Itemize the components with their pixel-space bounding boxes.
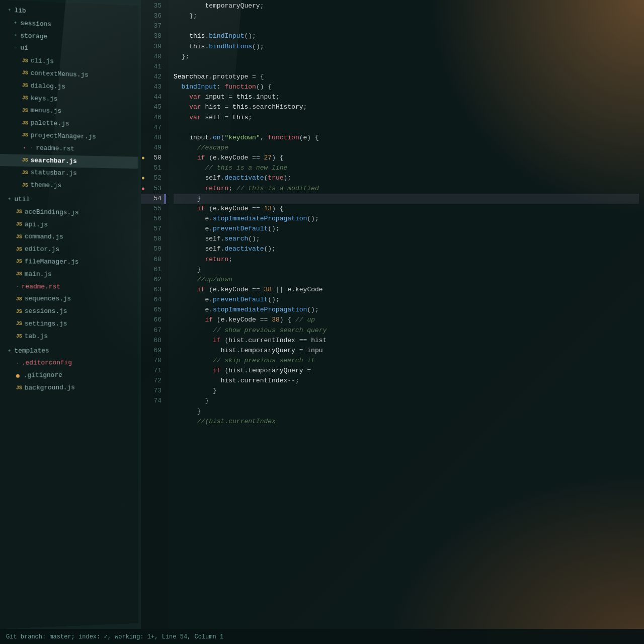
modified-dot [142, 187, 144, 190]
sidebar-item-readme-util[interactable]: · readme.rst [0, 281, 138, 294]
line-number-41: 41 [141, 62, 165, 72]
js-icon: JS [16, 220, 22, 228]
file-label: api.js [25, 219, 48, 230]
sidebar-item-api[interactable]: JS api.js [0, 218, 138, 232]
file-label: theme.js [31, 180, 62, 191]
code-line-66: if (e.keyCode == 38) { // up [174, 315, 639, 325]
code-line-46: var self = this; [174, 113, 639, 123]
code-line-51: // this is a new line [174, 163, 639, 173]
sidebar-item-command[interactable]: JS command.js [0, 230, 138, 244]
editor-layout: + lib + sessions + storage − ui JS cli.j… [0, 0, 644, 629]
js-icon: JS [16, 208, 22, 216]
line-number-74: 74 [141, 396, 165, 406]
code-line-71: if (hist.temporaryQuery = [174, 366, 639, 376]
file-label: cli.js [31, 56, 54, 67]
js-icon: JS [16, 333, 22, 341]
line-number-60: 60 [141, 255, 165, 265]
code-line-43: bindInput: function() { [174, 82, 639, 92]
code-line-37 [174, 21, 639, 31]
folder-label: storage [20, 31, 47, 42]
sidebar-item-theme[interactable]: JS theme.js [0, 179, 138, 193]
sidebar-item-templates[interactable]: + templates [0, 344, 138, 357]
code-line-53: return; // this is a modified [174, 184, 639, 194]
code-line-61: } [174, 265, 639, 275]
code-line-50: if (e.keyCode == 27) { [174, 153, 639, 163]
line-number-46: 46 [141, 113, 165, 123]
code-line-47 [174, 123, 639, 133]
js-icon: JS [16, 270, 22, 278]
sidebar-item-util[interactable]: + util [0, 193, 138, 208]
code-line-56: e.stopImmediatePropagation(); [174, 214, 639, 224]
line-number-58: 58 [141, 234, 165, 244]
expand-icon: + [8, 196, 11, 203]
line-number-61: 61 [141, 265, 165, 275]
line-number-40: 40 [141, 52, 165, 62]
file-label: statusbar.js [31, 168, 77, 179]
line-number-73: 73 [141, 386, 165, 396]
code-line-57: e.preventDefault(); [174, 224, 639, 234]
js-icon: JS [16, 384, 22, 392]
sidebar-item-acebindings[interactable]: JS aceBindings.js [0, 206, 138, 220]
code-panel[interactable]: temporaryQuery; }; this.bindInput(); thi… [169, 0, 644, 629]
sidebar-item-editor[interactable]: JS editor.js [0, 243, 138, 257]
cursor-bar [165, 194, 166, 204]
code-line-67: // show previous search query [174, 326, 639, 336]
sidebar-item-editorconfig[interactable]: · .editorconfig [0, 357, 138, 370]
file-label: fileManager.js [25, 257, 79, 267]
sidebar-item-background[interactable]: JS background.js [0, 381, 138, 394]
line-number-45: 45 [141, 102, 165, 112]
code-line-65: e.stopImmediatePropagation(); [174, 305, 639, 315]
file-label: .gitignore [24, 370, 62, 381]
code-line-60: return; [174, 255, 639, 265]
js-icon: JS [16, 258, 22, 266]
sidebar-item-main[interactable]: JS main.js [0, 268, 138, 281]
js-icon: JS [22, 119, 28, 127]
file-label: searchbar.js [31, 155, 77, 167]
line-number-39: 39 [141, 42, 165, 52]
file-label: settings.js [25, 319, 67, 330]
breakpoint-dot [142, 177, 144, 180]
js-icon: JS [16, 320, 22, 328]
js-icon: JS [16, 295, 22, 303]
code-line-62: //up/down [174, 275, 639, 285]
sidebar-item-tab[interactable]: JS tab.js [0, 330, 138, 343]
folder-label: sessions [20, 18, 51, 30]
line-number-49: 49 [141, 143, 165, 153]
code-line-70: // skip previous search if [174, 356, 639, 366]
folder-label: util [14, 194, 30, 205]
sidebar: + lib + sessions + storage − ui JS cli.j… [0, 0, 138, 629]
folder-label: ui [20, 43, 28, 54]
line-number-47: 47 [141, 123, 165, 133]
code-line-69: hist.temporaryQuery = inpu [174, 346, 639, 356]
file-label: contextMenus.js [31, 68, 89, 80]
code-line-58: self.search(); [174, 234, 639, 244]
sidebar-item-gitignore[interactable]: .gitignore [0, 369, 138, 382]
expand-icon: + [14, 32, 17, 40]
line-number-42: 42 [141, 72, 165, 82]
sidebar-item-sessions-util[interactable]: JS sessions.js [0, 305, 138, 318]
line-number-56: 56 [141, 214, 165, 224]
other-icon: · [16, 359, 19, 367]
line-number-62: 62 [141, 275, 165, 285]
js-icon: JS [22, 131, 28, 139]
sidebar-item-settings[interactable]: JS settings.js [0, 318, 138, 331]
sidebar-item-filemanager[interactable]: JS fileManager.js [0, 256, 138, 269]
file-label: keys.js [31, 93, 58, 104]
js-icon: JS [22, 69, 28, 77]
code-line-63: if (e.keyCode == 38 || e.keyCode [174, 285, 639, 295]
code-line-41 [174, 62, 639, 72]
file-label: sessions.js [25, 306, 67, 317]
expand-icon: + [14, 20, 17, 27]
expand-icon: + [8, 348, 11, 355]
file-label: menus.js [31, 106, 62, 117]
line-number-43: 43 [141, 82, 165, 92]
line-number-68: 68 [141, 336, 165, 346]
file-label: command.js [25, 232, 63, 243]
file-label: readme.rst [36, 143, 74, 154]
code-line-74: } [174, 396, 639, 406]
line-number-36: 36 [141, 11, 165, 21]
sidebar-item-sequences[interactable]: JS sequences.js [0, 293, 138, 305]
line-numbers-panel: 35 36 37 38 39 40 41 42 43 44 45 46 47 4… [141, 0, 169, 629]
line-number-37: 37 [141, 21, 165, 31]
line-number-57: 57 [141, 224, 165, 234]
